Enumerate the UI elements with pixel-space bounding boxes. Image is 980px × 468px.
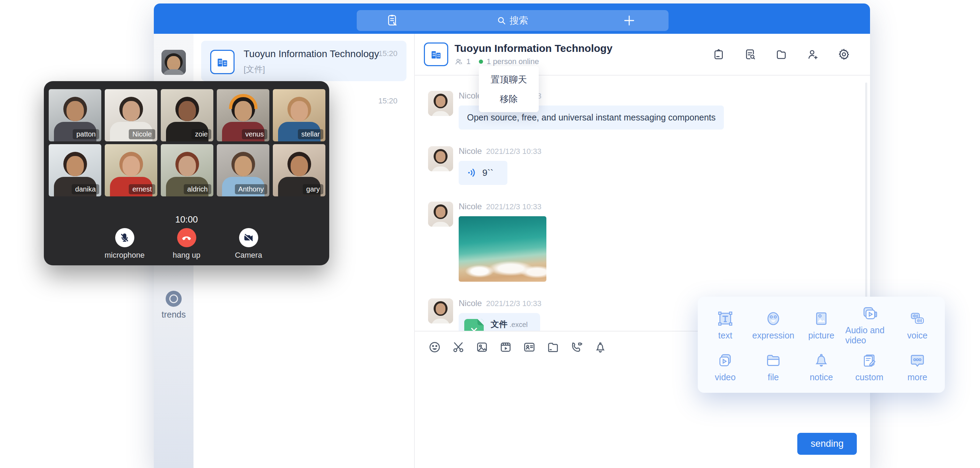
emoji-icon[interactable] xyxy=(428,340,441,354)
camera-muted-button[interactable] xyxy=(239,228,258,247)
sender-name: Nicole xyxy=(459,201,482,211)
my-avatar[interactable] xyxy=(161,50,186,75)
excel-file-icon: ✕ xyxy=(464,319,484,331)
microphone-muted-button[interactable] xyxy=(115,228,134,247)
panel-item-audio-video[interactable]: Audio and video xyxy=(845,304,893,346)
call-controls: microphone hang up Camera xyxy=(44,228,329,260)
panel-item-label: voice xyxy=(907,331,928,340)
menu-item-remove[interactable]: 移除 xyxy=(479,89,539,109)
send-file-icon[interactable] xyxy=(546,340,560,354)
sender-name: Nicole xyxy=(459,91,482,100)
panel-item-notice[interactable]: notice xyxy=(797,346,845,388)
send-picture-icon[interactable] xyxy=(476,340,488,354)
call-participant-tile: gary xyxy=(273,144,325,196)
custom-icon xyxy=(861,352,878,369)
notice-bell-icon xyxy=(813,352,830,369)
sender-avatar[interactable] xyxy=(428,299,453,324)
panel-item-label: video xyxy=(715,372,736,382)
participant-name-label: gary xyxy=(303,184,323,194)
file-icon xyxy=(765,352,782,369)
panel-item-picture[interactable]: picture xyxy=(797,304,845,346)
trends-icon xyxy=(165,291,182,307)
call-participant-tile: Anthony xyxy=(217,144,269,196)
sender-avatar[interactable] xyxy=(428,91,453,116)
screenshot-scissors-icon[interactable] xyxy=(452,340,465,354)
more-icon xyxy=(909,352,926,369)
panel-item-label: expression xyxy=(752,331,794,340)
message-image: Nicole2021/12/3 10:33 xyxy=(428,201,856,282)
hang-up-button[interactable] xyxy=(177,228,196,247)
panel-item-label: more xyxy=(908,372,928,382)
sender-avatar[interactable] xyxy=(428,201,453,227)
online-status: 1 person online xyxy=(487,57,539,66)
sender-name: Nicole xyxy=(459,146,482,156)
audio-video-icon xyxy=(861,305,878,322)
participant-name-label: Anthony xyxy=(235,184,267,194)
panel-item-text[interactable]: text xyxy=(701,304,749,346)
conversation-title: Tuoyun Information Technology xyxy=(243,48,379,59)
panel-item-label: text xyxy=(718,331,732,340)
send-button[interactable]: sending xyxy=(797,433,857,455)
voice-wave-icon xyxy=(467,168,477,178)
participant-name-label: venus xyxy=(242,129,267,139)
participant-name-label: stellar xyxy=(298,129,323,139)
panel-item-label: file xyxy=(768,372,779,382)
call-icon[interactable] xyxy=(570,340,583,354)
online-dot xyxy=(479,59,483,64)
settings-gear-icon[interactable] xyxy=(837,48,851,61)
trends-label: trends xyxy=(154,310,194,319)
contact-card-icon[interactable] xyxy=(523,340,536,354)
panel-item-file[interactable]: file xyxy=(749,346,797,388)
conversation-item[interactable]: Tuoyun Information Technology [文件] 15:20 xyxy=(201,41,406,81)
panel-item-label: Audio and video xyxy=(845,325,893,345)
panel-item-more[interactable]: more xyxy=(893,346,941,388)
message-time: 2021/12/3 10:33 xyxy=(486,299,541,308)
call-participant-tile: patton xyxy=(49,89,101,141)
call-timer: 10:00 xyxy=(44,214,329,225)
panel-item-custom[interactable]: custom xyxy=(845,346,893,388)
group-icon xyxy=(424,43,448,66)
search-bar[interactable]: 搜索 xyxy=(357,10,668,31)
file-ext: .excel xyxy=(509,321,528,328)
group-files-icon[interactable] xyxy=(775,48,788,61)
voice-bubble[interactable]: 9`` xyxy=(459,161,508,185)
add-member-icon[interactable] xyxy=(806,48,819,61)
participant-name-label: Nicole xyxy=(129,129,155,139)
video-icon xyxy=(717,352,733,369)
camera-label: Camera xyxy=(228,251,269,260)
sender-name: Nicole xyxy=(459,299,482,308)
context-menu: 置顶聊天 移除 xyxy=(479,66,539,112)
participant-name-label: zoie xyxy=(191,129,211,139)
add-button[interactable] xyxy=(623,10,635,31)
panel-item-video[interactable]: video xyxy=(701,346,749,388)
hang-up-label: hang up xyxy=(166,251,207,260)
message-time: 2021/12/3 10:33 xyxy=(486,147,541,156)
voice-duration: 9`` xyxy=(482,167,493,179)
call-participant-tile: danika xyxy=(49,144,101,196)
call-participant-tile: aldrich xyxy=(161,144,213,196)
conversation-preview: [文件] xyxy=(243,64,265,75)
nav-item-trends[interactable]: trends xyxy=(154,291,194,319)
group-notice-icon[interactable] xyxy=(712,48,725,61)
send-video-icon[interactable] xyxy=(499,340,512,354)
search-field[interactable]: 搜索 xyxy=(357,10,668,31)
top-bar: 搜索 xyxy=(154,3,870,34)
file-bubble[interactable]: ✕ 文件.excel 12.8M xyxy=(459,313,540,331)
image-attachment-beach[interactable] xyxy=(459,216,546,282)
messages-scrollbar[interactable] xyxy=(865,83,867,305)
menu-item-pin-chat[interactable]: 置顶聊天 xyxy=(479,70,539,89)
voice-icon xyxy=(909,310,926,327)
microphone-label: microphone xyxy=(104,251,145,260)
call-participant-tile: ernest xyxy=(105,144,157,196)
notification-bell-icon[interactable] xyxy=(594,340,607,354)
sender-avatar[interactable] xyxy=(428,146,453,171)
message-voice: Nicole2021/12/3 10:33 9`` xyxy=(428,146,856,185)
participant-name-label: ernest xyxy=(129,184,155,194)
panel-item-expression[interactable]: expression xyxy=(749,304,797,346)
panel-item-voice[interactable]: voice xyxy=(893,304,941,346)
chat-history-search-icon[interactable] xyxy=(743,48,757,61)
panel-item-label: custom xyxy=(856,372,884,382)
conversation-time: 15:20 xyxy=(378,96,398,105)
search-icon xyxy=(497,16,506,25)
expression-icon xyxy=(765,310,782,327)
